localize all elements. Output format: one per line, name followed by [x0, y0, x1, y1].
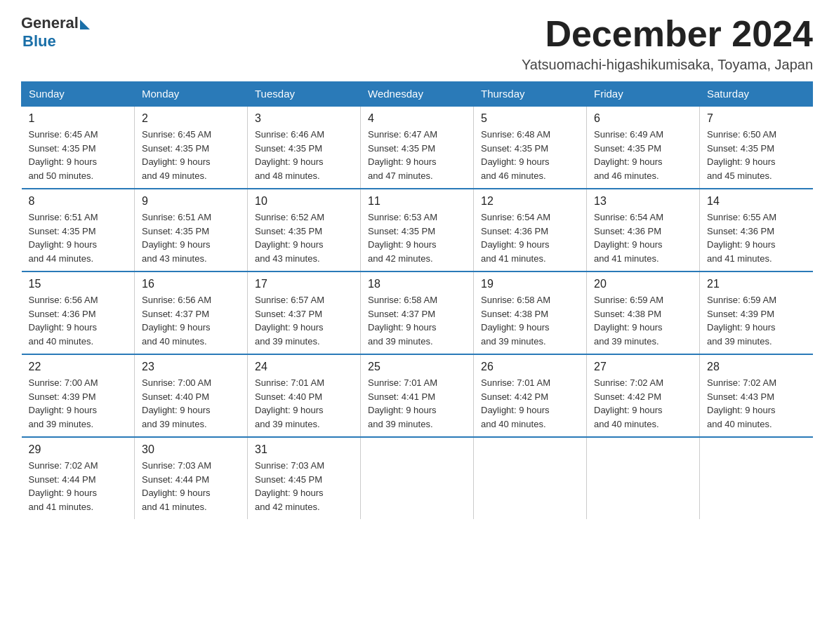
day-info: Sunrise: 7:01 AM Sunset: 4:42 PM Dayligh… [481, 376, 579, 431]
day-number: 20 [594, 278, 692, 290]
calendar-body: 1 Sunrise: 6:45 AM Sunset: 4:35 PM Dayli… [22, 106, 813, 519]
day-info: Sunrise: 6:59 AM Sunset: 4:39 PM Dayligh… [707, 293, 806, 348]
calendar-empty-cell [361, 437, 474, 519]
weekday-header-sunday: Sunday [22, 82, 135, 107]
logo-blue: Blue [22, 32, 90, 51]
day-number: 21 [707, 278, 806, 290]
calendar-day-cell: 29 Sunrise: 7:02 AM Sunset: 4:44 PM Dayl… [22, 437, 135, 519]
calendar-day-cell: 22 Sunrise: 7:00 AM Sunset: 4:39 PM Dayl… [22, 354, 135, 437]
calendar-day-cell: 18 Sunrise: 6:58 AM Sunset: 4:37 PM Dayl… [361, 271, 474, 354]
calendar-empty-cell [474, 437, 587, 519]
day-number: 10 [255, 195, 353, 208]
calendar-week-row: 22 Sunrise: 7:00 AM Sunset: 4:39 PM Dayl… [22, 354, 813, 437]
day-info: Sunrise: 7:00 AM Sunset: 4:40 PM Dayligh… [142, 376, 240, 431]
day-number: 2 [142, 112, 240, 125]
day-info: Sunrise: 7:02 AM Sunset: 4:42 PM Dayligh… [594, 376, 692, 431]
calendar-day-cell: 16 Sunrise: 6:56 AM Sunset: 4:37 PM Dayl… [135, 271, 248, 354]
calendar-day-cell: 26 Sunrise: 7:01 AM Sunset: 4:42 PM Dayl… [474, 354, 587, 437]
day-info: Sunrise: 6:58 AM Sunset: 4:38 PM Dayligh… [481, 293, 579, 348]
calendar-day-cell: 15 Sunrise: 6:56 AM Sunset: 4:36 PM Dayl… [22, 271, 135, 354]
day-number: 17 [255, 278, 353, 290]
day-info: Sunrise: 6:59 AM Sunset: 4:38 PM Dayligh… [594, 293, 692, 348]
page-header: General Blue December 2024 Yatsuomachi-h… [21, 14, 813, 73]
day-info: Sunrise: 7:00 AM Sunset: 4:39 PM Dayligh… [29, 376, 128, 431]
day-info: Sunrise: 6:51 AM Sunset: 4:35 PM Dayligh… [29, 210, 128, 265]
calendar-empty-cell [587, 437, 700, 519]
calendar-week-row: 8 Sunrise: 6:51 AM Sunset: 4:35 PM Dayli… [22, 189, 813, 271]
day-number: 12 [481, 195, 579, 208]
calendar-empty-cell [700, 437, 813, 519]
day-number: 19 [481, 278, 579, 290]
day-number: 28 [707, 361, 806, 373]
day-info: Sunrise: 6:57 AM Sunset: 4:37 PM Dayligh… [255, 293, 353, 348]
calendar-day-cell: 17 Sunrise: 6:57 AM Sunset: 4:37 PM Dayl… [248, 271, 361, 354]
day-info: Sunrise: 6:45 AM Sunset: 4:35 PM Dayligh… [142, 128, 240, 182]
day-number: 14 [707, 195, 806, 208]
calendar-header: SundayMondayTuesdayWednesdayThursdayFrid… [22, 82, 813, 107]
calendar-day-cell: 20 Sunrise: 6:59 AM Sunset: 4:38 PM Dayl… [587, 271, 700, 354]
calendar-day-cell: 21 Sunrise: 6:59 AM Sunset: 4:39 PM Dayl… [700, 271, 813, 354]
day-info: Sunrise: 6:52 AM Sunset: 4:35 PM Dayligh… [255, 210, 353, 265]
calendar-day-cell: 4 Sunrise: 6:47 AM Sunset: 4:35 PM Dayli… [361, 106, 474, 189]
calendar-table: SundayMondayTuesdayWednesdayThursdayFrid… [21, 81, 813, 519]
day-info: Sunrise: 6:55 AM Sunset: 4:36 PM Dayligh… [707, 210, 806, 265]
day-number: 4 [368, 112, 466, 125]
calendar-week-row: 29 Sunrise: 7:02 AM Sunset: 4:44 PM Dayl… [22, 437, 813, 519]
day-number: 29 [29, 443, 128, 456]
logo-triangle-icon [80, 20, 90, 29]
day-number: 8 [29, 195, 128, 208]
calendar-day-cell: 27 Sunrise: 7:02 AM Sunset: 4:42 PM Dayl… [587, 354, 700, 437]
day-number: 25 [368, 361, 466, 373]
logo-general: General [21, 14, 79, 32]
calendar-day-cell: 19 Sunrise: 6:58 AM Sunset: 4:38 PM Dayl… [474, 271, 587, 354]
day-number: 1 [29, 112, 128, 125]
day-info: Sunrise: 6:47 AM Sunset: 4:35 PM Dayligh… [368, 128, 466, 182]
day-info: Sunrise: 6:46 AM Sunset: 4:35 PM Dayligh… [255, 128, 353, 182]
day-info: Sunrise: 6:56 AM Sunset: 4:37 PM Dayligh… [142, 293, 240, 348]
weekday-header-row: SundayMondayTuesdayWednesdayThursdayFrid… [22, 82, 813, 107]
day-info: Sunrise: 7:01 AM Sunset: 4:40 PM Dayligh… [255, 376, 353, 431]
calendar-title: December 2024 [522, 14, 813, 54]
calendar-day-cell: 11 Sunrise: 6:53 AM Sunset: 4:35 PM Dayl… [361, 189, 474, 271]
calendar-week-row: 1 Sunrise: 6:45 AM Sunset: 4:35 PM Dayli… [22, 106, 813, 189]
calendar-day-cell: 3 Sunrise: 6:46 AM Sunset: 4:35 PM Dayli… [248, 106, 361, 189]
calendar-day-cell: 9 Sunrise: 6:51 AM Sunset: 4:35 PM Dayli… [135, 189, 248, 271]
calendar-day-cell: 5 Sunrise: 6:48 AM Sunset: 4:35 PM Dayli… [474, 106, 587, 189]
day-number: 18 [368, 278, 466, 290]
day-number: 11 [368, 195, 466, 208]
day-info: Sunrise: 7:02 AM Sunset: 4:44 PM Dayligh… [29, 459, 128, 514]
day-number: 3 [255, 112, 353, 125]
day-info: Sunrise: 6:48 AM Sunset: 4:35 PM Dayligh… [481, 128, 579, 182]
day-number: 30 [142, 443, 240, 456]
day-info: Sunrise: 7:03 AM Sunset: 4:45 PM Dayligh… [255, 459, 353, 514]
weekday-header-friday: Friday [587, 82, 700, 107]
day-info: Sunrise: 6:54 AM Sunset: 4:36 PM Dayligh… [481, 210, 579, 265]
logo: General Blue [21, 14, 90, 51]
day-number: 5 [481, 112, 579, 125]
day-info: Sunrise: 6:53 AM Sunset: 4:35 PM Dayligh… [368, 210, 466, 265]
calendar-day-cell: 12 Sunrise: 6:54 AM Sunset: 4:36 PM Dayl… [474, 189, 587, 271]
day-number: 15 [29, 278, 128, 290]
calendar-day-cell: 7 Sunrise: 6:50 AM Sunset: 4:35 PM Dayli… [700, 106, 813, 189]
calendar-week-row: 15 Sunrise: 6:56 AM Sunset: 4:36 PM Dayl… [22, 271, 813, 354]
title-block: December 2024 Yatsuomachi-higashikumisak… [522, 14, 813, 73]
day-number: 6 [594, 112, 692, 125]
day-info: Sunrise: 6:54 AM Sunset: 4:36 PM Dayligh… [594, 210, 692, 265]
calendar-day-cell: 30 Sunrise: 7:03 AM Sunset: 4:44 PM Dayl… [135, 437, 248, 519]
calendar-day-cell: 24 Sunrise: 7:01 AM Sunset: 4:40 PM Dayl… [248, 354, 361, 437]
day-number: 26 [481, 361, 579, 373]
day-info: Sunrise: 6:51 AM Sunset: 4:35 PM Dayligh… [142, 210, 240, 265]
calendar-day-cell: 6 Sunrise: 6:49 AM Sunset: 4:35 PM Dayli… [587, 106, 700, 189]
day-info: Sunrise: 7:03 AM Sunset: 4:44 PM Dayligh… [142, 459, 240, 514]
day-number: 13 [594, 195, 692, 208]
calendar-day-cell: 31 Sunrise: 7:03 AM Sunset: 4:45 PM Dayl… [248, 437, 361, 519]
day-number: 16 [142, 278, 240, 290]
weekday-header-tuesday: Tuesday [248, 82, 361, 107]
calendar-day-cell: 23 Sunrise: 7:00 AM Sunset: 4:40 PM Dayl… [135, 354, 248, 437]
day-info: Sunrise: 6:49 AM Sunset: 4:35 PM Dayligh… [594, 128, 692, 182]
weekday-header-thursday: Thursday [474, 82, 587, 107]
calendar-day-cell: 10 Sunrise: 6:52 AM Sunset: 4:35 PM Dayl… [248, 189, 361, 271]
day-number: 31 [255, 443, 353, 456]
day-info: Sunrise: 6:56 AM Sunset: 4:36 PM Dayligh… [29, 293, 128, 348]
calendar-day-cell: 1 Sunrise: 6:45 AM Sunset: 4:35 PM Dayli… [22, 106, 135, 189]
